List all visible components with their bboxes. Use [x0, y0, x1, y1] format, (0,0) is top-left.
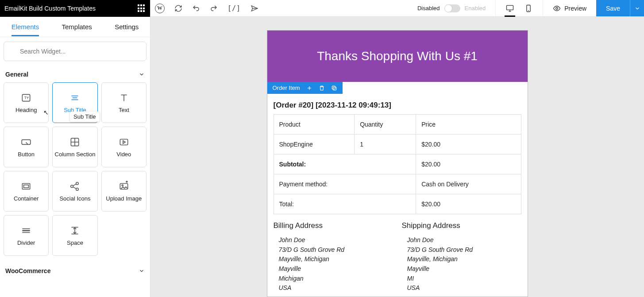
- subtotal-label: Subtotal:: [274, 154, 416, 174]
- widget-container[interactable]: Container: [4, 171, 49, 212]
- widget-upload-image[interactable]: Upload Image: [101, 171, 147, 212]
- block-label: Order Item: [273, 85, 300, 91]
- widget-label: Text: [117, 107, 131, 114]
- payment-value: Cash on Delivery: [416, 174, 521, 194]
- shortcode-icon[interactable]: [/]: [228, 4, 241, 12]
- topbar: W [/] Disabled Enabled: [150, 0, 644, 17]
- send-icon[interactable]: [251, 4, 258, 12]
- device-group: [495, 0, 543, 16]
- trash-icon[interactable]: [319, 85, 325, 91]
- undo-icon[interactable]: [192, 4, 200, 12]
- order-table: Product Quantity Price ShopEngine 1 $20.…: [274, 114, 521, 214]
- cell-price: $20.00: [416, 135, 521, 154]
- svg-point-19: [76, 188, 78, 190]
- widget-label: Heading: [14, 107, 39, 114]
- tab-templates[interactable]: Templates: [60, 18, 93, 36]
- apps-grid-icon[interactable]: [138, 4, 146, 12]
- payment-label: Payment method:: [274, 174, 416, 194]
- table-payment-row: Payment method: Cash on Delivery: [274, 174, 521, 194]
- table-header-row: Product Quantity Price: [274, 115, 521, 135]
- email-headline: Thanks Shopping With Us #1: [317, 49, 478, 63]
- plus-icon[interactable]: [306, 85, 312, 91]
- col-price: Price: [416, 115, 521, 135]
- total-value: $20.00: [416, 194, 521, 214]
- col-product: Product: [274, 115, 355, 135]
- svg-rect-32: [507, 5, 513, 10]
- heading-icon: Tᴛ: [20, 92, 32, 104]
- button-icon: [20, 136, 32, 148]
- brand-title: EmailKit Build Custom Templates: [4, 5, 96, 12]
- svg-text:Tᴛ: Tᴛ: [24, 96, 29, 100]
- svg-marker-14: [123, 140, 125, 143]
- svg-rect-41: [332, 86, 335, 89]
- refresh-icon[interactable]: [174, 4, 182, 12]
- block-toolbar: Order Item: [267, 82, 343, 94]
- canvas-scroll[interactable]: Thanks Shopping With Us #1 Order Item [O…: [150, 17, 644, 297]
- mobile-icon: [524, 4, 533, 13]
- widget-space[interactable]: Space: [52, 215, 97, 256]
- device-desktop[interactable]: [505, 0, 514, 16]
- email-frame[interactable]: Thanks Shopping With Us #1 Order Item [O…: [267, 30, 528, 297]
- save-dropdown[interactable]: [630, 0, 644, 16]
- group-general-header[interactable]: General: [4, 67, 147, 82]
- widget-heading[interactable]: Tᴛ Heading: [4, 82, 49, 123]
- order-title: [Order #20] [2023-11-12 09:49:13]: [274, 101, 521, 110]
- tab-settings[interactable]: Settings: [113, 18, 140, 36]
- device-mobile[interactable]: [524, 0, 533, 16]
- svg-point-23: [122, 185, 123, 186]
- group-woocommerce-header[interactable]: WooCommerce: [4, 264, 147, 279]
- chevron-down-icon: [634, 5, 640, 12]
- svg-rect-40: [333, 87, 336, 90]
- container-icon: [20, 181, 32, 192]
- email-header[interactable]: Thanks Shopping With Us #1: [267, 31, 528, 82]
- chevron-down-icon: [139, 268, 145, 274]
- shipping-title: Shipping Address: [402, 221, 521, 230]
- svg-rect-16: [24, 185, 29, 188]
- widget-video[interactable]: Video: [101, 127, 147, 167]
- widgets-grid: Tᴛ Heading Sub Title Text Button C: [4, 82, 147, 256]
- widget-divider[interactable]: Divider: [4, 215, 49, 256]
- svg-line-21: [73, 187, 77, 189]
- billing-lines: John Doe73/D G South Grove RdMayville, M…: [274, 235, 393, 293]
- widget-button[interactable]: Button: [4, 127, 49, 167]
- widget-label: Sub Title: [62, 107, 88, 114]
- shipping-lines: John Doe73/D G South Grove RdMayville, M…: [402, 235, 521, 293]
- wordpress-icon[interactable]: W: [155, 4, 165, 13]
- copy-icon[interactable]: [331, 85, 337, 91]
- order-block[interactable]: [Order #20] [2023-11-12 09:49:13] Produc…: [267, 94, 528, 214]
- text-icon: [118, 92, 130, 104]
- topbar-left: W [/]: [155, 4, 258, 13]
- svg-point-37: [556, 7, 558, 9]
- svg-rect-13: [120, 139, 127, 145]
- toggle-switch[interactable]: [444, 4, 460, 12]
- widget-text[interactable]: Text: [101, 82, 147, 123]
- divider-icon: [20, 225, 32, 236]
- preview-button[interactable]: Preview: [543, 0, 596, 16]
- tab-elements[interactable]: Elements: [10, 18, 41, 36]
- redo-icon[interactable]: [210, 4, 218, 12]
- column-icon: [69, 136, 81, 148]
- widget-label: Column Section: [53, 151, 97, 158]
- search-wrap: [4, 42, 147, 61]
- enable-toggle[interactable]: Disabled Enabled: [417, 4, 495, 12]
- table-total-row: Total: $20.00: [274, 194, 521, 214]
- svg-point-18: [76, 182, 78, 184]
- widget-label: Space: [65, 240, 85, 247]
- widget-label: Upload Image: [104, 196, 143, 202]
- shipping-address: Shipping Address John Doe73/D G South Gr…: [402, 221, 521, 293]
- space-icon: [69, 225, 81, 236]
- widget-subtitle[interactable]: Sub Title: [52, 82, 97, 123]
- address-row[interactable]: Billing Address John Doe73/D G South Gro…: [267, 214, 528, 293]
- save-button[interactable]: Save: [596, 5, 630, 12]
- widget-label: Video: [115, 151, 133, 158]
- toggle-on-label: Enabled: [465, 5, 486, 12]
- eye-icon: [553, 4, 561, 12]
- widget-label: Button: [16, 151, 36, 158]
- widget-social-icons[interactable]: Social Icons: [52, 171, 97, 212]
- subtotal-value: $20.00: [416, 154, 521, 174]
- widget-column-section[interactable]: Column Section: [52, 127, 97, 167]
- desktop-icon: [505, 4, 514, 13]
- canvas-area: W [/] Disabled Enabled: [150, 0, 644, 297]
- search-input[interactable]: [4, 42, 147, 61]
- sidebar: EmailKit Build Custom Templates Elements…: [0, 0, 150, 297]
